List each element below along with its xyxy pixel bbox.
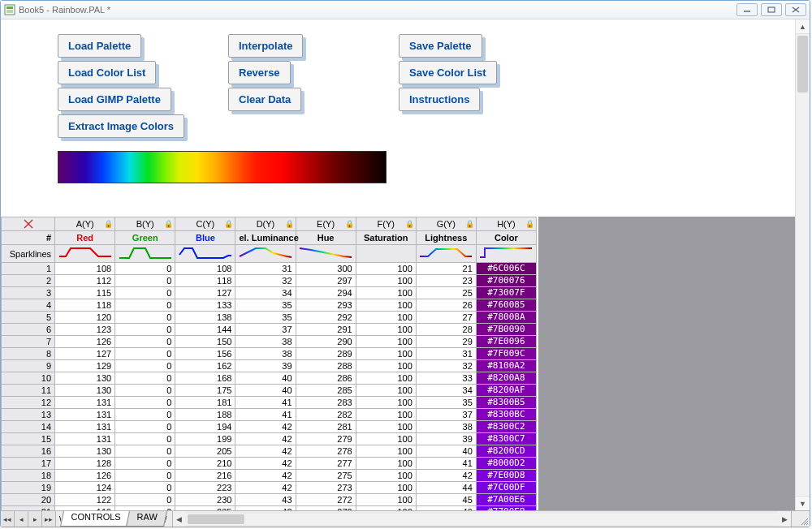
cell-hue[interactable]: 281 bbox=[296, 421, 356, 433]
cell-luminance[interactable]: 40 bbox=[235, 385, 296, 397]
load-color-list-button[interactable]: Load Color List bbox=[58, 61, 156, 84]
cell-lightness[interactable]: 38 bbox=[416, 421, 476, 433]
cell-luminance[interactable]: 37 bbox=[235, 324, 296, 336]
cell-hue[interactable]: 294 bbox=[296, 287, 356, 299]
cell-luminance[interactable]: 34 bbox=[235, 287, 296, 299]
cell-hue[interactable]: 293 bbox=[296, 299, 356, 312]
cell-color[interactable]: #8300C2 bbox=[476, 421, 536, 433]
row-number[interactable]: 9 bbox=[2, 360, 55, 372]
cell-luminance[interactable]: 42 bbox=[235, 445, 296, 458]
cell-color[interactable]: #78008A bbox=[476, 312, 536, 324]
row-number[interactable]: 10 bbox=[2, 372, 55, 385]
cell-green[interactable]: 0 bbox=[115, 445, 175, 458]
row-number[interactable]: 2 bbox=[2, 275, 55, 287]
clear-data-button[interactable]: Clear Data bbox=[228, 88, 301, 111]
hscroll-track[interactable] bbox=[186, 514, 778, 525]
cell-red[interactable]: 129 bbox=[55, 360, 115, 372]
cell-green[interactable]: 0 bbox=[115, 494, 175, 506]
cell-luminance[interactable]: 42 bbox=[235, 458, 296, 470]
cell-saturation[interactable]: 100 bbox=[356, 409, 416, 421]
cell-green[interactable]: 0 bbox=[115, 263, 175, 275]
cell-saturation[interactable]: 100 bbox=[356, 445, 416, 458]
cell-lightness[interactable]: 41 bbox=[416, 458, 476, 470]
row-number[interactable]: 11 bbox=[2, 385, 55, 397]
column-header-name[interactable]: Hue bbox=[296, 231, 356, 245]
cell-red[interactable]: 130 bbox=[55, 372, 115, 385]
scroll-down-arrow[interactable]: ▼ bbox=[796, 496, 810, 510]
row-number[interactable]: 20 bbox=[2, 494, 55, 506]
cell-blue[interactable]: 156 bbox=[175, 348, 235, 360]
cell-color[interactable]: #8100A2 bbox=[476, 360, 536, 372]
cell-green[interactable]: 0 bbox=[115, 409, 175, 421]
cell-luminance[interactable]: 35 bbox=[235, 299, 296, 312]
save-color-list-button[interactable]: Save Color List bbox=[399, 61, 497, 84]
column-header-name[interactable]: Lightness bbox=[416, 231, 476, 245]
cell-blue[interactable]: 205 bbox=[175, 445, 235, 458]
cell-blue[interactable]: 127 bbox=[175, 287, 235, 299]
cell-green[interactable]: 0 bbox=[115, 360, 175, 372]
cell-lightness[interactable]: 31 bbox=[416, 348, 476, 360]
cell-red[interactable]: 130 bbox=[55, 445, 115, 458]
cell-luminance[interactable]: 38 bbox=[235, 336, 296, 348]
cell-color[interactable]: #8200CD bbox=[476, 445, 536, 458]
cell-color[interactable]: #8300B5 bbox=[476, 397, 536, 409]
cell-color[interactable]: #7E00D8 bbox=[476, 470, 536, 482]
cell-saturation[interactable]: 100 bbox=[356, 433, 416, 445]
cell-color[interactable]: #8300C7 bbox=[476, 433, 536, 445]
cell-luminance[interactable]: 32 bbox=[235, 275, 296, 287]
row-number[interactable]: 13 bbox=[2, 409, 55, 421]
cell-lightness[interactable]: 34 bbox=[416, 385, 476, 397]
interpolate-button[interactable]: Interpolate bbox=[228, 34, 303, 58]
cell-lightness[interactable]: 25 bbox=[416, 287, 476, 299]
cell-green[interactable]: 0 bbox=[115, 372, 175, 385]
cell-red[interactable]: 130 bbox=[55, 385, 115, 397]
cell-saturation[interactable]: 100 bbox=[356, 312, 416, 324]
cell-green[interactable]: 0 bbox=[115, 299, 175, 312]
cell-hue[interactable]: 282 bbox=[296, 409, 356, 421]
hscroll-right-arrow[interactable]: ▶ bbox=[778, 511, 791, 527]
cell-saturation[interactable]: 100 bbox=[356, 324, 416, 336]
cell-blue[interactable]: 199 bbox=[175, 433, 235, 445]
tab-nav-first[interactable]: ◂◂ bbox=[1, 511, 15, 527]
cell-hue[interactable]: 285 bbox=[296, 385, 356, 397]
cell-color[interactable]: #7B0090 bbox=[476, 324, 536, 336]
cell-green[interactable]: 0 bbox=[115, 385, 175, 397]
cell-blue[interactable]: 223 bbox=[175, 482, 235, 494]
cell-lightness[interactable]: 28 bbox=[416, 324, 476, 336]
cell-color[interactable]: #8000D2 bbox=[476, 458, 536, 470]
close-button[interactable] bbox=[785, 3, 806, 16]
cell-blue[interactable]: 210 bbox=[175, 458, 235, 470]
cell-color[interactable]: #760085 bbox=[476, 299, 536, 312]
cell-red[interactable]: 131 bbox=[55, 409, 115, 421]
column-header-name[interactable]: Color bbox=[476, 231, 536, 245]
cell-green[interactable]: 0 bbox=[115, 470, 175, 482]
column-header-name[interactable]: Saturation bbox=[356, 231, 416, 245]
column-header-letter[interactable]: D(Y)🔒 bbox=[235, 217, 296, 231]
cell-saturation[interactable]: 100 bbox=[356, 299, 416, 312]
cell-blue[interactable]: 194 bbox=[175, 421, 235, 433]
tab-nav-prev[interactable]: ◂ bbox=[15, 511, 28, 527]
cell-luminance[interactable]: 42 bbox=[235, 470, 296, 482]
cell-blue[interactable]: 216 bbox=[175, 470, 235, 482]
cell-saturation[interactable]: 100 bbox=[356, 397, 416, 409]
cell-luminance[interactable]: 41 bbox=[235, 409, 296, 421]
cell-blue[interactable]: 181 bbox=[175, 397, 235, 409]
cell-lightness[interactable]: 23 bbox=[416, 275, 476, 287]
cell-lightness[interactable]: 35 bbox=[416, 397, 476, 409]
cell-luminance[interactable]: 42 bbox=[235, 482, 296, 494]
row-number[interactable]: 8 bbox=[2, 348, 55, 360]
tab-nav-next[interactable]: ▸ bbox=[28, 511, 42, 527]
cell-red[interactable]: 124 bbox=[55, 482, 115, 494]
cell-saturation[interactable]: 100 bbox=[356, 458, 416, 470]
row-number[interactable]: 7 bbox=[2, 336, 55, 348]
save-palette-button[interactable]: Save Palette bbox=[399, 34, 482, 58]
cell-luminance[interactable]: 42 bbox=[235, 433, 296, 445]
cell-hue[interactable]: 286 bbox=[296, 372, 356, 385]
cell-red[interactable]: 115 bbox=[55, 287, 115, 299]
cell-green[interactable]: 0 bbox=[115, 482, 175, 494]
column-header-name[interactable]: Red bbox=[55, 231, 115, 245]
cell-color[interactable]: #7E0096 bbox=[476, 336, 536, 348]
cell-red[interactable]: 127 bbox=[55, 348, 115, 360]
cell-saturation[interactable]: 100 bbox=[356, 348, 416, 360]
cell-green[interactable]: 0 bbox=[115, 421, 175, 433]
